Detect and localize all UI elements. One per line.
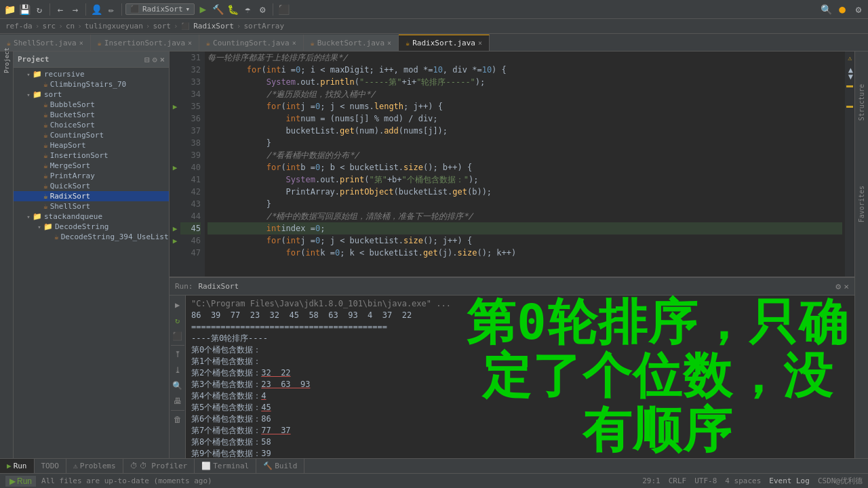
settings-icon[interactable]: ⚙ — [153, 55, 157, 64]
debug-icon[interactable]: 🐛 — [226, 3, 239, 16]
print-icon[interactable]: 🖶 — [171, 394, 184, 408]
breadcrumb-src[interactable]: src — [42, 22, 56, 30]
search-icon[interactable]: 🔍 — [819, 3, 833, 16]
rerun-icon[interactable]: ↻ — [171, 314, 184, 327]
structure-tab[interactable]: Structure — [858, 84, 865, 121]
tree-file-radixsort[interactable]: ☕ RadixSort — [14, 191, 169, 201]
tab-terminal[interactable]: ⬜ Terminal — [195, 459, 256, 474]
tree-folder-stackandqueue[interactable]: ▾ 📁 stackandqueue — [14, 211, 169, 222]
close-icon[interactable]: × — [188, 39, 192, 47]
trash-icon[interactable]: 🗑 — [171, 413, 184, 426]
warning-down-icon[interactable]: ▼ — [848, 72, 853, 81]
tab-run[interactable]: ▶ Run — [0, 459, 35, 474]
tab-label: ShellSort.java — [14, 39, 77, 47]
user-icon[interactable]: 👤 — [90, 3, 103, 16]
code-line-44: /*桶中的数据写回原始组，清除桶，准备下一轮的排序*/ — [208, 210, 842, 222]
run-config-dropdown[interactable]: ⬛ RadixSort ▾ — [125, 3, 195, 15]
scroll-end-icon[interactable]: ⤓ — [171, 363, 184, 377]
spaces-indicator[interactable]: 4 spaces — [725, 476, 761, 485]
tree-file-quicksort[interactable]: ☕ QuickSort — [14, 181, 169, 191]
run-again-icon[interactable]: ▶ — [171, 298, 184, 312]
tree-file-insertionsort[interactable]: ☕ InsertionSort — [14, 150, 169, 161]
folder-arrow-icon: ▾ — [24, 92, 33, 98]
avatar-icon[interactable]: ● — [835, 3, 849, 16]
tab-shellsort[interactable]: ☕ ShellSort.java × — [0, 35, 91, 51]
java-icon-active: ☕ — [406, 39, 410, 47]
run-button[interactable]: ▶ — [196, 3, 210, 16]
tree-file-decodestring394[interactable]: ☕ DecodeString_394_UseList — [14, 232, 169, 242]
dropdown-arrow-icon: ▾ — [186, 5, 191, 14]
position-indicator[interactable]: 29:1 — [642, 476, 660, 485]
console-bucket-5: 第5个桶包含数据：45 — [191, 402, 849, 413]
tab-bucketsort[interactable]: ☕ BucketSort.java × — [304, 35, 399, 51]
collapse-all-icon[interactable]: ⊟ — [144, 55, 149, 64]
save-icon[interactable]: 💾 — [18, 3, 31, 16]
tree-file-countingsort[interactable]: ☕ CountingSort — [14, 130, 169, 140]
file-tabs: ☕ ShellSort.java × ☕ InsertionSort.java … — [0, 34, 868, 52]
java-file-icon: ☕ — [54, 232, 59, 241]
crlf-indicator[interactable]: CRLF — [669, 476, 687, 485]
close-icon[interactable]: × — [478, 39, 482, 47]
tree-folder-recursive[interactable]: ▾ 📁 recursive — [14, 69, 169, 79]
tree-label: ChoiceSort — [50, 121, 95, 129]
folder-icon[interactable]: 📁 — [3, 3, 16, 16]
project-tab-icon[interactable]: Project — [1, 54, 13, 66]
tab-problems[interactable]: ⚠ Problems — [66, 459, 123, 474]
tree-file-bubblesort[interactable]: ☕ BubbleSort — [14, 100, 169, 110]
tree-label: ShellSort — [50, 202, 91, 211]
favorites-tab[interactable]: Favorites — [858, 186, 865, 222]
tree-file-choicesort[interactable]: ☕ ChoiceSort — [14, 120, 169, 130]
stop-icon[interactable]: ⬛ — [277, 3, 290, 16]
build-icon[interactable]: 🔨 — [211, 3, 224, 16]
java-icon: ☕ — [206, 39, 210, 47]
tab-radixsort-active[interactable]: ☕ RadixSort.java × — [399, 35, 490, 51]
run-icon: ▶ — [7, 462, 12, 470]
profile-icon[interactable]: ⚙ — [256, 3, 269, 16]
settings-icon[interactable]: ⚙ — [835, 281, 841, 291]
breadcrumb-sort[interactable]: sort — [153, 22, 171, 30]
breadcrumb-ref-da[interactable]: ref-da — [5, 22, 33, 30]
close-icon[interactable]: × — [79, 39, 83, 47]
close-panel-icon[interactable]: × — [844, 281, 849, 291]
breadcrumb-sortarray[interactable]: sortArray — [243, 22, 284, 30]
refresh-icon[interactable]: ↻ — [33, 3, 46, 16]
tree-label: BubbleSort — [50, 100, 95, 109]
tree-file-printarray[interactable]: ☕ PrintArray — [14, 171, 169, 181]
tab-countingsort[interactable]: ☕ CountingSort.java × — [199, 35, 304, 51]
close-panel-icon[interactable]: × — [160, 55, 165, 64]
pencil-icon[interactable]: ✏ — [104, 3, 118, 16]
console-output[interactable]: "C:\Program Files\Java\jdk1.8.0_101\bin\… — [186, 296, 854, 473]
tree-folder-sort[interactable]: ▾ 📁 sort — [14, 89, 169, 100]
tree-file-climbingstairs[interactable]: ☕ ClimbingStairs_70 — [14, 79, 169, 89]
tree-file-shellsort[interactable]: ☕ ShellSort — [14, 201, 169, 211]
run-status-button[interactable]: ▶ Run — [5, 476, 36, 487]
run-config-name: RadixSort — [199, 282, 245, 291]
code-line-40: for (int b = 0; b < bucketList.size(); b… — [208, 161, 842, 174]
tab-profiler[interactable]: ⏱ ⏱ Profiler — [123, 459, 195, 474]
warning-count: ⚠ — [846, 54, 853, 62]
tree-file-heapsort[interactable]: ☕ HeapSort — [14, 140, 169, 150]
top-toolbar: 📁 💾 ↻ ← → 👤 ✏ ⬛ RadixSort ▾ ▶ 🔨 🐛 ☂ ⚙ ⬛ … — [0, 0, 868, 19]
tab-todo[interactable]: TODO — [35, 459, 67, 474]
java-file-icon: ☕ — [43, 161, 48, 170]
close-icon[interactable]: × — [292, 39, 296, 47]
tab-insertionsort[interactable]: ☕ InsertionSort.java × — [91, 35, 199, 51]
encoding-indicator[interactable]: UTF-8 — [694, 476, 717, 485]
breadcrumb-tulingxueyuan[interactable]: tulingxueyuan — [85, 22, 143, 30]
tree-file-bucketsort[interactable]: ☕ BucketSort — [14, 110, 169, 120]
tree-file-mergesort[interactable]: ☕ MergeSort — [14, 161, 169, 171]
tree-label: sort — [44, 90, 62, 99]
breadcrumb-radixsort[interactable]: ⬛ RadixSort — [181, 22, 234, 30]
back-icon[interactable]: ← — [54, 3, 67, 16]
filter-icon[interactable]: 🔍 — [171, 379, 184, 392]
tree-folder-decodestring[interactable]: ▾ 📁 DecodeString — [14, 222, 169, 232]
tab-build[interactable]: 🔨 Build — [256, 459, 304, 474]
close-icon[interactable]: × — [387, 39, 391, 47]
settings-icon[interactable]: ⚙ — [852, 3, 865, 16]
breadcrumb-cn[interactable]: cn — [66, 22, 75, 30]
event-log[interactable]: Event Log — [769, 476, 810, 485]
forward-icon[interactable]: → — [68, 3, 82, 16]
coverage-icon[interactable]: ☂ — [241, 3, 254, 16]
scroll-top-icon[interactable]: ⤒ — [171, 348, 184, 361]
stop-icon[interactable]: ⬛ — [171, 329, 184, 343]
